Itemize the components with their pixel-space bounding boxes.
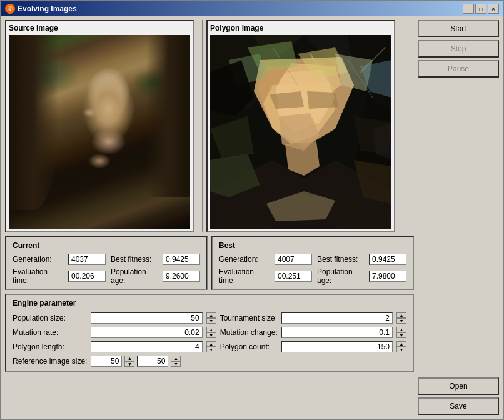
left-panel: Source image Polygon image — [5, 20, 414, 415]
current-eval-value: 00.206 — [68, 271, 106, 282]
title-bar-left: 🎨 Evolving Images — [5, 4, 77, 14]
ref-width-input[interactable] — [91, 356, 122, 367]
polygon-image-box: Polygon image — [206, 20, 395, 232]
mutation-change-up[interactable]: ▲ — [396, 327, 406, 332]
current-fitness-value: 0.9425 — [163, 254, 200, 265]
svg-marker-29 — [307, 91, 338, 109]
maximize-button[interactable]: □ — [475, 4, 486, 14]
tournament-down[interactable]: ▼ — [396, 318, 406, 324]
main-content: Source image Polygon image — [1, 16, 503, 419]
best-popage-value: 7.9800 — [369, 271, 406, 282]
ref-size-label: Reference image size: — [13, 357, 87, 366]
polygon-svg — [210, 35, 391, 229]
current-popage-label: Population age: — [111, 268, 158, 285]
best-fitness-value: 0.9425 — [369, 254, 406, 265]
polygon-count-spinner[interactable]: ▲ ▼ — [396, 341, 406, 352]
mutation-rate-label: Mutation rate: — [13, 328, 87, 337]
engine-grid: Population size: ▲ ▼ Tournament size ▲ ▼… — [13, 312, 406, 367]
source-hair-right — [146, 35, 190, 198]
close-button[interactable]: × — [488, 4, 499, 14]
mutation-rate-up[interactable]: ▲ — [206, 327, 216, 332]
polygon-count-label: Polygon count: — [220, 342, 278, 351]
current-title: Current — [13, 241, 200, 250]
engine-section: Engine parameter Population size: ▲ ▼ To… — [5, 294, 414, 372]
current-gen-label: Generation: — [13, 255, 63, 264]
polygon-length-input[interactable] — [91, 341, 202, 352]
window-title: Evolving Images — [18, 4, 77, 13]
ref-width-spinner[interactable]: ▲ ▼ — [124, 356, 134, 367]
stats-section: Current Generation: 4037 Best fitness: 0… — [5, 236, 414, 290]
pause-button[interactable]: Pause — [418, 60, 499, 78]
spacer — [418, 80, 499, 375]
polygon-length-up[interactable]: ▲ — [206, 341, 216, 347]
best-grid: Generation: 4007 Best fitness: 0.9425 Ev… — [219, 254, 406, 285]
polygon-image-canvas — [210, 35, 391, 229]
mutation-change-label: Mutation change: — [220, 328, 278, 337]
ref-width-down[interactable]: ▼ — [124, 361, 134, 367]
best-eval-value: 00.251 — [275, 271, 312, 282]
engine-title: Engine parameter — [13, 299, 406, 308]
pop-size-down[interactable]: ▼ — [206, 318, 216, 324]
images-row: Source image Polygon image — [5, 20, 414, 232]
pop-size-up[interactable]: ▲ — [206, 312, 216, 318]
best-gen-label: Generation: — [219, 255, 270, 264]
ref-height-down[interactable]: ▼ — [171, 361, 181, 367]
scroll-divider — [198, 20, 203, 232]
main-window: 🎨 Evolving Images _ □ × Source image — [0, 0, 504, 420]
tournament-input[interactable] — [281, 312, 393, 324]
source-image — [9, 35, 190, 229]
best-popage-label: Population age: — [317, 268, 364, 285]
stop-button[interactable]: Stop — [418, 40, 499, 58]
tournament-spinner[interactable]: ▲ ▼ — [396, 312, 406, 324]
polygon-length-label: Polygon length: — [13, 342, 87, 351]
polygon-count-input[interactable] — [281, 341, 393, 352]
best-gen-value: 4007 — [275, 254, 312, 265]
current-grid: Generation: 4037 Best fitness: 0.9425 Ev… — [13, 254, 200, 285]
ref-height-spinner[interactable]: ▲ ▼ — [171, 356, 181, 367]
app-icon: 🎨 — [5, 4, 15, 14]
ref-height-input[interactable] — [137, 356, 168, 367]
source-image-label: Source image — [9, 24, 190, 32]
svg-marker-28 — [270, 91, 304, 109]
save-button[interactable]: Save — [418, 398, 499, 415]
ref-width-up[interactable]: ▲ — [124, 356, 134, 361]
best-fitness-label: Best fitness: — [317, 255, 364, 264]
polygon-length-down[interactable]: ▼ — [206, 347, 216, 352]
mutation-rate-down[interactable]: ▼ — [206, 332, 216, 338]
best-eval-label: Evaluation time: — [219, 268, 270, 285]
start-button[interactable]: Start — [418, 20, 499, 38]
pop-size-input[interactable] — [91, 312, 202, 324]
right-panel: Start Stop Pause Open Save — [418, 20, 499, 415]
current-stats-box: Current Generation: 4037 Best fitness: 0… — [5, 236, 208, 290]
title-buttons: _ □ × — [463, 4, 499, 14]
best-stats-box: Best Generation: 4007 Best fitness: 0.94… — [211, 236, 414, 290]
best-title: Best — [219, 241, 406, 250]
ref-size-row: ▲ ▼ ▲ ▼ — [91, 356, 406, 367]
source-hair-left — [9, 35, 59, 210]
source-image-box: Source image — [5, 20, 194, 232]
current-fitness-label: Best fitness: — [111, 255, 158, 264]
polygon-image-label: Polygon image — [210, 24, 391, 32]
title-bar: 🎨 Evolving Images _ □ × — [1, 1, 503, 16]
mutation-change-spinner[interactable]: ▲ ▼ — [396, 327, 406, 338]
mutation-change-down[interactable]: ▼ — [396, 332, 406, 338]
mutation-rate-input[interactable] — [91, 327, 202, 338]
current-popage-value: 9.2600 — [163, 271, 200, 282]
mutation-rate-spinner[interactable]: ▲ ▼ — [206, 327, 216, 338]
polygon-count-up[interactable]: ▲ — [396, 341, 406, 347]
pop-size-label: Population size: — [13, 314, 87, 322]
mutation-change-input[interactable] — [281, 327, 393, 338]
current-eval-label: Evaluation time: — [13, 268, 63, 285]
minimize-button[interactable]: _ — [463, 4, 474, 14]
polygon-length-spinner[interactable]: ▲ ▼ — [206, 341, 216, 352]
tournament-up[interactable]: ▲ — [396, 312, 406, 318]
ref-height-up[interactable]: ▲ — [171, 356, 181, 361]
source-image-canvas — [9, 35, 190, 229]
open-button[interactable]: Open — [418, 378, 499, 395]
polygon-count-down[interactable]: ▼ — [396, 347, 406, 352]
tournament-label: Tournament size — [220, 314, 278, 322]
current-gen-value: 4037 — [68, 254, 106, 265]
pop-size-spinner[interactable]: ▲ ▼ — [206, 312, 216, 324]
